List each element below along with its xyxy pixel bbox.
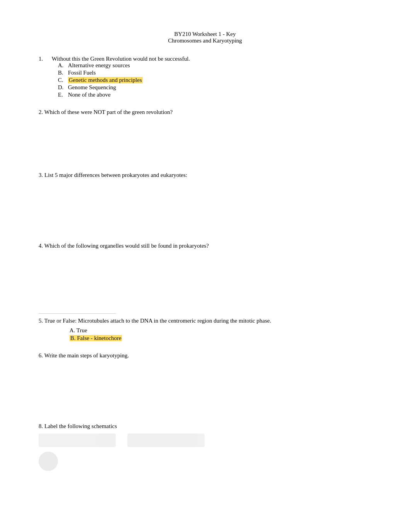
question-8: 8. Label the following schematics — [39, 423, 371, 471]
q1-text-e: None of the above — [68, 92, 110, 98]
q5-answer-b: B. False - kinetochore — [69, 335, 371, 342]
q8-bottom-images — [39, 452, 371, 471]
q1-answer-list: A. Alternative energy sources B. Fossil … — [58, 62, 371, 98]
q1-label-e: E. — [58, 92, 65, 98]
q6-blank-space — [39, 362, 371, 412]
q4-blank-space — [39, 252, 371, 303]
q1-label-b: B. — [58, 70, 65, 76]
question-5: 5. True or False: Microtubules attach to… — [39, 318, 371, 342]
q5-answer-a: A. True — [69, 327, 371, 334]
schematic-image-1 — [39, 433, 116, 447]
q5-divider — [39, 313, 116, 314]
q1-answer-c: C. Genetic methods and principles — [58, 77, 371, 83]
schematic-image-2 — [127, 433, 205, 447]
q1-number: 1. — [39, 56, 49, 62]
question-2: 2. Which of these were NOT part of the g… — [39, 109, 371, 161]
q2-blank-space — [39, 119, 371, 161]
q1-answer-e: E. None of the above — [58, 92, 371, 98]
title-line1: BY210 Worksheet 1 - Key — [39, 31, 371, 37]
q5-text: 5. True or False: Microtubules attach to… — [39, 318, 371, 324]
question-4: 4. Which of the following organelles wou… — [39, 243, 371, 303]
q3-blank-space — [39, 182, 371, 232]
q8-schematics — [39, 433, 371, 447]
q5-text-a: A. — [69, 327, 75, 333]
q1-answer-a: A. Alternative energy sources — [58, 62, 371, 69]
q1-text: Without this the Green Revolution would … — [52, 56, 190, 62]
q1-label-d: D. — [58, 84, 65, 91]
q1-text-b: Fossil Fuels — [68, 70, 96, 76]
q1-answer-d: D. Genome Sequencing — [58, 84, 371, 91]
question-1: 1. Without this the Green Revolution wou… — [39, 56, 371, 98]
q1-text-a: Alternative energy sources — [68, 62, 130, 69]
q2-text: 2. Which of these were NOT part of the g… — [39, 109, 371, 116]
question-3: 3. List 5 major differences between prok… — [39, 172, 371, 232]
q4-text: 4. Which of the following organelles wou… — [39, 243, 371, 249]
question-6: 6. Write the main steps of karyotyping. — [39, 352, 371, 412]
q1-answer-b: B. Fossil Fuels — [58, 70, 371, 76]
schematic-circle-1 — [39, 452, 58, 471]
q8-text: 8. Label the following schematics — [39, 423, 371, 430]
q1-text-c: Genetic methods and principles — [68, 77, 143, 83]
title-line2: Chromosomes and Karyotyping — [39, 37, 371, 44]
q5-answer-list: A. True B. False - kinetochore — [69, 327, 371, 342]
page-header: BY210 Worksheet 1 - Key Chromosomes and … — [39, 31, 371, 44]
q1-text-d: Genome Sequencing — [68, 84, 116, 91]
q3-text: 3. List 5 major differences between prok… — [39, 172, 371, 178]
q5-text-b: B. False - kinetochore — [69, 335, 122, 341]
q1-label-c: C. — [58, 77, 65, 83]
q6-text: 6. Write the main steps of karyotyping. — [39, 352, 371, 359]
q1-label-a: A. — [58, 62, 65, 69]
